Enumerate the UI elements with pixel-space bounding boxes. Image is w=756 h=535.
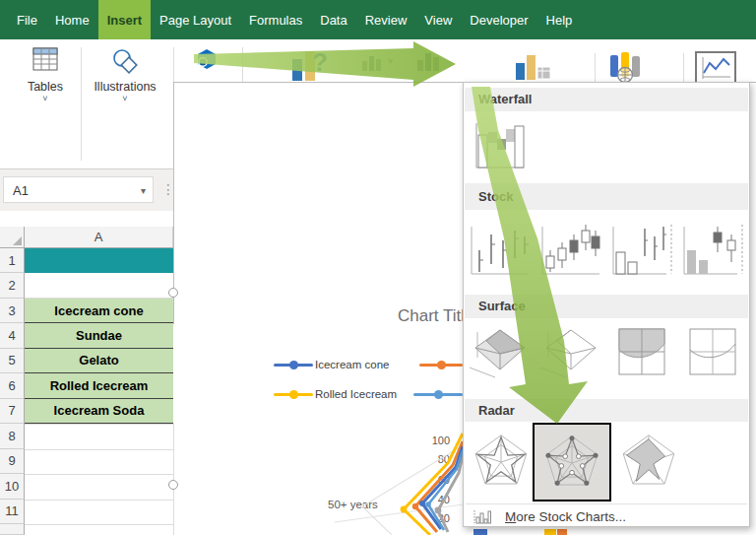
chart-selection-handle[interactable] [168, 480, 178, 490]
legend-item-icecream-cone[interactable]: Icecream cone [274, 359, 389, 370]
row-header-7[interactable]: 7 [0, 399, 25, 424]
chart-selection-handle[interactable] [168, 288, 178, 298]
gridline [25, 449, 173, 450]
stock-open-high-low-close-thumb[interactable] [538, 221, 603, 280]
row-header-1[interactable]: 1 [0, 248, 25, 273]
legend-marker-icon [419, 364, 463, 367]
tab-page-layout[interactable]: Page Layout [151, 0, 240, 39]
legend-item-rolled-icecream[interactable]: Rolled Icecream [274, 388, 397, 400]
gridline [25, 474, 173, 475]
tab-formulas[interactable]: Formulas [240, 0, 311, 39]
stock-volume-open-high-low-close-thumb[interactable] [680, 221, 745, 280]
radar-plot-fragment [276, 414, 463, 535]
row-header-5[interactable]: 5 [0, 349, 25, 373]
gridline [25, 500, 173, 501]
gridline [25, 424, 173, 425]
row-header-8[interactable]: 8 [0, 424, 25, 449]
cell-A2[interactable] [25, 273, 173, 299]
select-all-corner[interactable] [0, 227, 25, 248]
row-header-12[interactable] [0, 524, 25, 535]
row-header-3[interactable]: 3 [0, 299, 25, 323]
name-box-dropdown-icon[interactable]: ▾ [141, 177, 146, 204]
insert-column-chart-icon[interactable] [362, 53, 384, 75]
tab-view[interactable]: View [415, 0, 461, 39]
surface-wireframe-contour-thumb[interactable] [680, 324, 745, 385]
row-header-11[interactable]: 11 [0, 500, 25, 525]
chevron-down-icon[interactable]: ˅ [388, 57, 393, 65]
section-header-waterfall: Waterfall [465, 88, 748, 111]
row-header-4[interactable]: 4 [0, 323, 25, 348]
tables-icon [31, 66, 60, 80]
group-divider [81, 47, 82, 161]
surface-contour-thumb[interactable] [609, 324, 674, 385]
radar-thumb[interactable] [468, 428, 535, 495]
section-header-radar: Radar [465, 399, 748, 422]
add-ins-icon [192, 66, 221, 80]
insert-hierarchy-chart-icon[interactable] [417, 51, 441, 75]
chevron-down-icon: ˅ [16, 95, 75, 102]
chart-fragment [557, 529, 567, 535]
more-stock-charts-item[interactable]: More Stock Charts... [464, 505, 749, 528]
col-header-A[interactable]: A [25, 227, 173, 248]
illustrations-icon [109, 66, 141, 80]
legend-marker-icon [413, 393, 463, 396]
excel-window: { "tabs": ["File","Home","Insert","Page … [0, 0, 756, 535]
chart-fragment [544, 529, 556, 535]
chevron-down-icon: ˅ [85, 95, 165, 102]
legend-marker-icon [274, 364, 313, 367]
radar-with-markers-thumb[interactable] [533, 423, 611, 502]
row-header-10[interactable]: 10 [0, 474, 25, 500]
waterfall-thumb[interactable] [470, 118, 527, 172]
illustrations-button[interactable]: Illustrations ˅ [85, 45, 165, 102]
more-stock-charts-label: More Stock Charts... [505, 509, 626, 524]
surface-wireframe-3d-thumb[interactable] [538, 324, 603, 385]
tab-home[interactable]: Home [46, 0, 98, 39]
name-box[interactable]: A1▾ [3, 176, 154, 203]
chart-fragment [473, 529, 487, 535]
formula-bar-resize-handle[interactable]: ⋮ [161, 181, 173, 197]
recommended-charts-icon: ? [286, 45, 326, 85]
cell-A5[interactable]: Gelato [25, 349, 173, 373]
chart-type-dropdown: Waterfall Stock Surface Radar More Stock… [463, 82, 750, 527]
tab-file[interactable]: File [8, 0, 46, 39]
menu-divider [466, 503, 747, 504]
gridline [25, 524, 173, 525]
section-header-stock: Stock [465, 183, 748, 210]
cell-A6[interactable]: Rolled Icecream [25, 373, 173, 398]
filled-radar-thumb[interactable] [615, 428, 682, 495]
more-charts-icon [473, 508, 491, 525]
row-header-6[interactable]: 6 [0, 373, 25, 398]
row-header-2[interactable]: 2 [0, 273, 25, 299]
tab-data[interactable]: Data [311, 0, 355, 39]
ribbon-tab-bar: File Home Insert Page Layout Formulas Da… [0, 0, 756, 39]
stock-high-low-close-thumb[interactable] [468, 221, 533, 280]
row-header-9[interactable]: 9 [0, 449, 25, 475]
tab-developer[interactable]: Developer [461, 0, 536, 39]
tab-insert[interactable]: Insert [98, 0, 151, 39]
surface-3d-thumb[interactable] [468, 324, 533, 385]
cell-A3[interactable]: Icecream cone [25, 299, 173, 323]
cell-A7[interactable]: Icecream Soda [25, 399, 173, 424]
illustrations-label: Illustrations [85, 80, 165, 95]
tables-button[interactable]: Tables ˅ [16, 45, 75, 102]
stock-volume-high-low-close-thumb[interactable] [609, 221, 674, 280]
tab-review[interactable]: Review [356, 0, 416, 39]
cell-A4[interactable]: Sundae [25, 323, 173, 348]
section-header-surface: Surface [465, 295, 748, 318]
tables-label: Tables [16, 80, 75, 95]
legend-marker-icon [274, 393, 313, 396]
tab-help[interactable]: Help [537, 0, 582, 39]
